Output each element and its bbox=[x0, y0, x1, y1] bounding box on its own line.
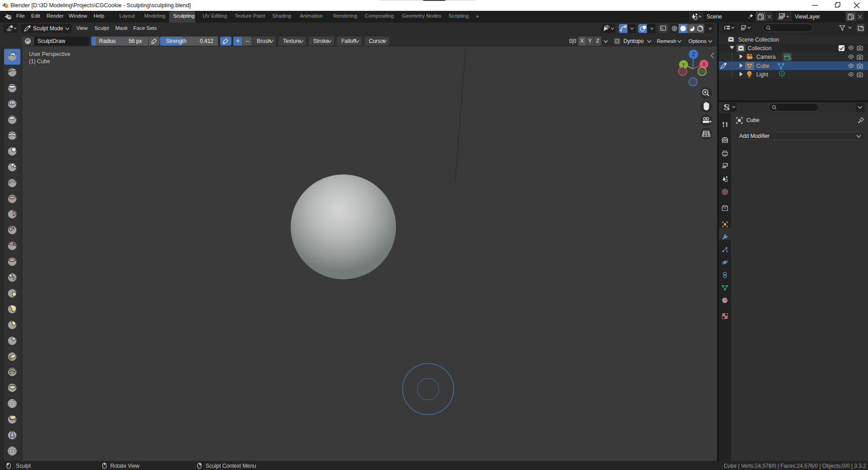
svg-text:X: X bbox=[702, 61, 706, 67]
svg-text:Z: Z bbox=[692, 52, 695, 57]
svg-text:Y: Y bbox=[682, 62, 685, 67]
